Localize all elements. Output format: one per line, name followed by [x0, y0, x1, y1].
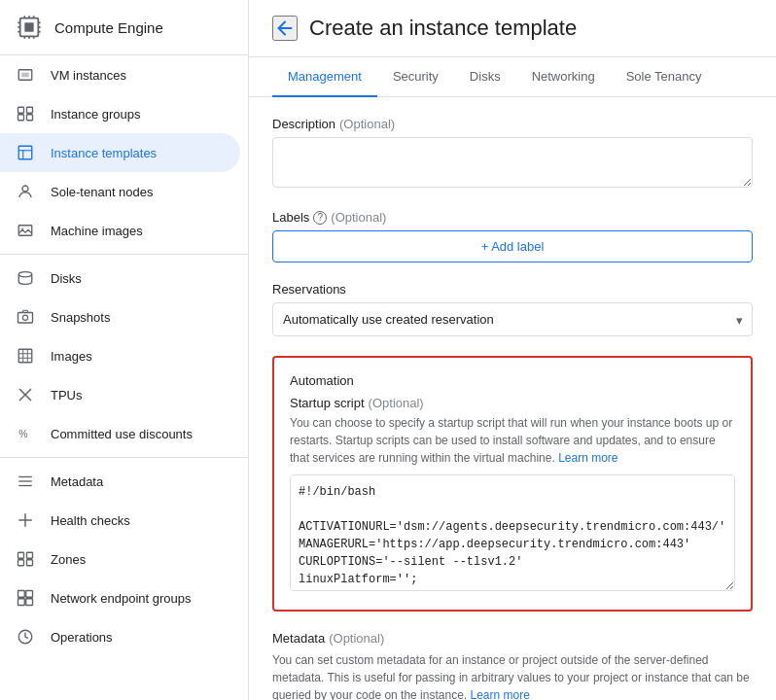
tab-disks[interactable]: Disks — [454, 57, 516, 97]
sidebar-item-sole-tenant-nodes[interactable]: Sole-tenant nodes — [0, 172, 240, 211]
reservations-label: Reservations — [272, 282, 753, 297]
svg-rect-49 — [26, 599, 33, 606]
reservations-select[interactable]: Automatically use created reservationSel… — [272, 302, 753, 336]
zones-icon — [16, 549, 35, 569]
automation-box: Automation Startup script (Optional) You… — [272, 356, 753, 612]
vm-instances-icon — [16, 65, 35, 85]
svg-point-28 — [22, 315, 27, 320]
committed-use-discounts-icon: % — [16, 424, 35, 443]
sidebar-item-label-committed-use-discounts: Committed use discounts — [51, 427, 193, 441]
startup-script-optional: (Optional) — [369, 396, 424, 410]
back-button[interactable] — [272, 16, 298, 41]
svg-rect-18 — [18, 115, 24, 121]
sidebar-item-operations[interactable]: Operations — [0, 617, 240, 656]
tab-sole-tenancy[interactable]: Sole Tenancy — [611, 57, 718, 97]
svg-rect-44 — [18, 560, 24, 566]
svg-point-26 — [18, 272, 32, 277]
sidebar-item-label-sole-tenant-nodes: Sole-tenant nodes — [51, 185, 154, 199]
sidebar-item-label-disks: Disks — [51, 271, 82, 286]
svg-rect-47 — [26, 591, 33, 598]
sidebar-item-tpus[interactable]: TPUs — [0, 375, 240, 414]
network-endpoint-groups-icon — [16, 588, 35, 608]
sidebar-item-label-metadata: Metadata — [51, 474, 103, 489]
sidebar-item-images[interactable]: Images — [0, 336, 240, 375]
svg-rect-46 — [18, 591, 25, 598]
sidebar-item-label-tpus: TPUs — [51, 388, 83, 402]
sidebar-title: Compute Engine — [54, 19, 163, 36]
sidebar-item-label-vm-instances: VM instances — [51, 68, 126, 83]
svg-rect-1 — [24, 22, 33, 31]
sidebar-item-label-machine-images: Machine images — [51, 224, 143, 238]
sidebar-item-snapshots[interactable]: Snapshots — [0, 298, 240, 336]
sidebar-item-label-zones: Zones — [51, 552, 86, 567]
startup-script-input[interactable]: #!/bin/bash ACTIVATIONURL='dsm://agents.… — [290, 474, 735, 591]
startup-script-description: You can choose to specify a startup scri… — [290, 414, 735, 467]
labels-section: Labels ? (Optional) + Add label — [272, 210, 753, 262]
sidebar-item-committed-use-discounts[interactable]: % Committed use discounts — [0, 414, 240, 453]
svg-rect-17 — [27, 107, 33, 113]
images-icon — [16, 346, 35, 366]
svg-rect-43 — [27, 552, 33, 558]
tab-networking[interactable]: Networking — [516, 57, 611, 97]
sidebar-divider-1 — [0, 254, 248, 255]
sidebar-item-label-operations: Operations — [51, 630, 113, 645]
labels-optional: (Optional) — [331, 210, 386, 225]
description-optional: (Optional) — [339, 117, 395, 131]
tab-management[interactable]: Management — [272, 57, 377, 97]
sidebar-item-network-endpoint-groups[interactable]: Network endpoint groups — [0, 578, 240, 617]
svg-rect-20 — [18, 146, 32, 159]
sidebar-item-metadata[interactable]: Metadata — [0, 462, 240, 501]
sidebar-item-vm-instances[interactable]: VM instances — [0, 55, 240, 94]
sidebar-item-machine-images[interactable]: Machine images — [0, 211, 240, 250]
reservations-select-wrapper: Automatically use created reservationSel… — [272, 302, 753, 336]
svg-point-23 — [22, 186, 28, 192]
svg-rect-29 — [18, 349, 32, 363]
sidebar-item-label-health-checks: Health checks — [51, 513, 130, 528]
sidebar-item-zones[interactable]: Zones — [0, 540, 240, 578]
sidebar-divider-2 — [0, 457, 248, 458]
svg-rect-15 — [21, 73, 29, 78]
page-title: Create an instance template — [309, 16, 577, 41]
tab-security[interactable]: Security — [377, 57, 454, 97]
tpus-icon — [16, 385, 35, 404]
labels-help-icon[interactable]: ? — [313, 211, 327, 225]
sidebar-item-label-network-endpoint-groups: Network endpoint groups — [51, 591, 192, 606]
sidebar-item-instance-groups[interactable]: Instance groups — [0, 94, 240, 133]
svg-rect-42 — [18, 552, 24, 558]
form-content: Description (Optional) Labels ? (Optiona… — [249, 97, 776, 700]
machine-images-icon — [16, 221, 35, 240]
sole-tenant-nodes-icon — [16, 182, 35, 201]
sidebar-item-label-instance-templates: Instance templates — [51, 146, 157, 160]
compute-engine-icon — [16, 14, 43, 41]
metadata-learn-more-link[interactable]: Learn more — [470, 688, 529, 700]
main-content: Create an instance template Management S… — [249, 0, 776, 700]
sidebar-item-instance-templates[interactable]: Instance templates — [0, 133, 240, 172]
add-label-button[interactable]: + Add label — [272, 230, 753, 262]
svg-rect-45 — [27, 560, 33, 566]
description-input[interactable] — [272, 137, 753, 188]
instance-groups-icon — [16, 104, 35, 123]
instance-templates-icon — [16, 143, 35, 162]
sidebar-item-disks[interactable]: Disks — [0, 259, 240, 298]
metadata-optional: (Optional) — [329, 631, 384, 646]
main-header: Create an instance template — [249, 0, 776, 57]
svg-rect-27 — [18, 313, 33, 324]
startup-script-learn-more-link[interactable]: Learn more — [558, 451, 617, 465]
sidebar-item-label-images: Images — [51, 349, 92, 364]
svg-rect-48 — [18, 599, 25, 606]
sidebar-item-label-instance-groups: Instance groups — [51, 107, 141, 122]
metadata-icon — [16, 472, 35, 491]
metadata-description: You can set custom metadata for an insta… — [272, 651, 753, 700]
startup-script-label: Startup script (Optional) — [290, 396, 735, 410]
reservations-section: Reservations Automatically use created r… — [272, 282, 753, 336]
sidebar-item-health-checks[interactable]: Health checks — [0, 501, 240, 540]
metadata-label: Metadata (Optional) — [272, 631, 753, 646]
svg-text:%: % — [18, 428, 27, 439]
sidebar-header: Compute Engine — [0, 0, 248, 55]
tabs: Management Security Disks Networking Sol… — [249, 57, 776, 97]
svg-rect-19 — [27, 115, 33, 121]
description-section: Description (Optional) — [272, 117, 753, 191]
snapshots-icon — [16, 307, 35, 327]
operations-icon — [16, 627, 35, 647]
disks-icon — [16, 268, 35, 288]
